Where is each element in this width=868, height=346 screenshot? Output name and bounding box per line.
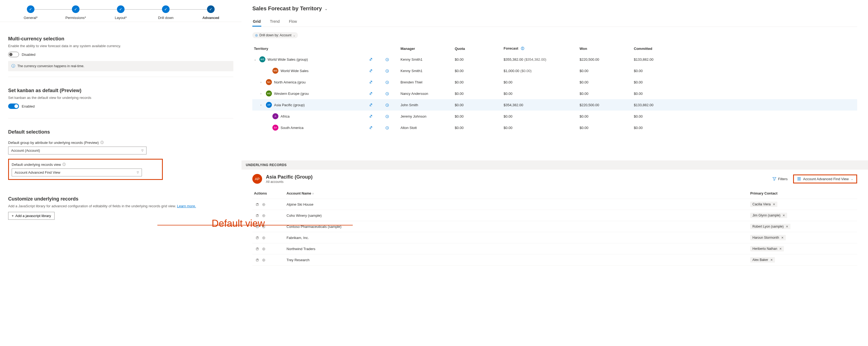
- share-icon[interactable]: [368, 103, 374, 107]
- chevron-down-icon[interactable]: ⌄: [324, 6, 328, 11]
- open-icon[interactable]: [254, 247, 260, 251]
- remove-icon[interactable]: ✕: [770, 258, 773, 262]
- open-icon[interactable]: [254, 258, 260, 262]
- won-cell: $0.00: [578, 65, 632, 76]
- step-permissions[interactable]: ✓ Permissions*: [53, 5, 98, 20]
- view-selector[interactable]: Account Advanced Find View ⌄: [793, 174, 857, 183]
- share-icon[interactable]: [368, 126, 374, 130]
- add-icon[interactable]: [260, 247, 267, 251]
- col-quota[interactable]: Quota: [453, 44, 502, 54]
- share-icon[interactable]: [368, 80, 374, 84]
- contact-chip[interactable]: Haroun Stormonth✕: [750, 235, 786, 240]
- info-icon[interactable]: ⓘ: [62, 162, 66, 167]
- add-icon[interactable]: [260, 213, 267, 217]
- forecast-row[interactable]: ›NANorth America (grouBrenden Thiel$0.00…: [252, 76, 857, 88]
- view-label: Account Advanced Find View: [803, 177, 849, 181]
- col-territory[interactable]: Territory: [252, 44, 366, 54]
- add-icon[interactable]: [260, 202, 267, 206]
- open-icon[interactable]: [254, 224, 260, 229]
- history-icon[interactable]: [384, 91, 390, 95]
- record-row[interactable]: Alpine Ski HouseCacilia Viera✕: [252, 199, 857, 210]
- info-icon[interactable]: ⓘ: [100, 140, 104, 145]
- underlying-records-table: Actions Account Name↑ Primary Contact Al…: [252, 188, 857, 266]
- expand-icon[interactable]: ›: [260, 104, 265, 106]
- customize-section: Customize underlying records Add a JavaS…: [8, 196, 234, 225]
- tab-grid[interactable]: Grid: [252, 17, 261, 27]
- col-committed[interactable]: Committed: [632, 44, 857, 54]
- forecast-row[interactable]: SASouth AmericaAlton Stott$0.00$0.00$0.0…: [252, 122, 857, 133]
- contact-chip[interactable]: Robert Lyon (sample)✕: [750, 224, 790, 229]
- open-icon[interactable]: [254, 213, 260, 217]
- remove-icon[interactable]: ✕: [786, 225, 788, 229]
- forecast-row[interactable]: ⌄WSWorld Wide Sales (group)Kenny Smith1$…: [252, 54, 857, 65]
- group-avatar: AP: [252, 174, 262, 184]
- expand-icon[interactable]: ›: [260, 81, 265, 84]
- history-icon[interactable]: [384, 69, 390, 73]
- col-won[interactable]: Won: [578, 44, 632, 54]
- open-icon[interactable]: [254, 236, 260, 240]
- chip-label: Drill down by: Account: [259, 33, 291, 37]
- add-icon[interactable]: [260, 236, 267, 240]
- expand-icon[interactable]: ›: [260, 92, 265, 95]
- group-by-select[interactable]: Account (Account) ▽: [8, 147, 147, 154]
- group-subtitle: All accounts: [266, 180, 313, 184]
- history-icon[interactable]: [384, 126, 390, 130]
- default-view-highlight: Default underlying records view ⓘ Accoun…: [8, 159, 163, 180]
- record-row[interactable]: Northwind TradersHeriberto Nathan✕: [252, 243, 857, 254]
- contact-chip[interactable]: Heriberto Nathan✕: [750, 246, 784, 251]
- expand-icon[interactable]: ⌄: [254, 58, 258, 61]
- open-icon[interactable]: [254, 202, 260, 206]
- share-icon[interactable]: [368, 69, 374, 73]
- account-name: Coho Winery (sample): [285, 210, 749, 221]
- record-row[interactable]: Contoso Pharmaceuticals (sample)Robert L…: [252, 221, 857, 232]
- forecast-row[interactable]: ›APAsia Pacific (group)John Smith$0.00$3…: [252, 99, 857, 110]
- default-view-select[interactable]: Account Advanced Find View ▽: [12, 169, 142, 176]
- share-icon[interactable]: [368, 57, 374, 61]
- col-account[interactable]: Account Name↑: [285, 188, 749, 199]
- step-layout[interactable]: ✓ Layout*: [98, 5, 143, 20]
- step-drilldown[interactable]: ✓ Drill down: [143, 5, 188, 20]
- step-advanced[interactable]: ✓ Advanced: [188, 5, 234, 20]
- group-header: AP Asia Pacific (Group) All accounts Fil…: [252, 170, 857, 188]
- col-manager[interactable]: Manager: [399, 44, 453, 54]
- history-icon[interactable]: [384, 57, 390, 61]
- history-icon[interactable]: [384, 80, 390, 84]
- forecast-row[interactable]: WSWorld Wide SalesKenny Smith1$0.00$1,00…: [252, 65, 857, 76]
- col-forecast[interactable]: Forecast: [504, 46, 518, 50]
- add-icon[interactable]: [260, 224, 267, 229]
- forecast-row[interactable]: ›WEWestern Europe (grouNancy Andersson$0…: [252, 88, 857, 99]
- record-row[interactable]: Trey ResearchAlex Baker✕: [252, 254, 857, 266]
- learn-more-link[interactable]: Learn more.: [177, 204, 196, 208]
- history-icon[interactable]: [384, 114, 390, 118]
- col-contact[interactable]: Primary Contact: [749, 188, 857, 199]
- remove-icon[interactable]: ✕: [779, 247, 782, 251]
- col-actions[interactable]: Actions: [252, 188, 285, 199]
- tab-flow[interactable]: Flow: [288, 17, 298, 27]
- add-javascript-button[interactable]: + Add a javascript library: [8, 212, 55, 220]
- won-cell: $0.00: [578, 110, 632, 122]
- remove-icon[interactable]: ✕: [773, 203, 775, 206]
- won-cell: $0.00: [578, 76, 632, 88]
- contact-chip[interactable]: Jim Glynn (sample)✕: [750, 213, 787, 218]
- drill-down-chip[interactable]: ◎ Drill down by: Account ⌄: [252, 32, 298, 38]
- contact-chip[interactable]: Alex Baker✕: [750, 257, 775, 263]
- record-row[interactable]: Coho Winery (sample)Jim Glynn (sample)✕: [252, 210, 857, 221]
- multi-currency-toggle[interactable]: [8, 52, 19, 57]
- record-row[interactable]: Fabrikam, Inc.Haroun Stormonth✕: [252, 232, 857, 243]
- page-title: Sales Forecast by Territory: [252, 5, 322, 12]
- section-title: Multi-currency selection: [8, 36, 234, 42]
- share-icon[interactable]: [368, 114, 374, 118]
- info-icon[interactable]: ⓘ: [521, 46, 524, 50]
- default-selections-section: Default selections Default group by attr…: [8, 129, 234, 185]
- history-icon[interactable]: [384, 103, 390, 107]
- forecast-row[interactable]: AAfricaJeremy Johnson$0.00$0.00$0.00$0.0…: [252, 110, 857, 122]
- share-icon[interactable]: [368, 91, 374, 95]
- add-icon[interactable]: [260, 258, 267, 262]
- kanban-toggle[interactable]: [8, 104, 19, 109]
- remove-icon[interactable]: ✕: [782, 214, 785, 217]
- step-general[interactable]: ✓ General*: [8, 5, 53, 20]
- remove-icon[interactable]: ✕: [781, 236, 784, 240]
- tab-trend[interactable]: Trend: [270, 17, 280, 27]
- filters-button[interactable]: Filters: [773, 177, 787, 181]
- contact-chip[interactable]: Cacilia Viera✕: [750, 202, 777, 207]
